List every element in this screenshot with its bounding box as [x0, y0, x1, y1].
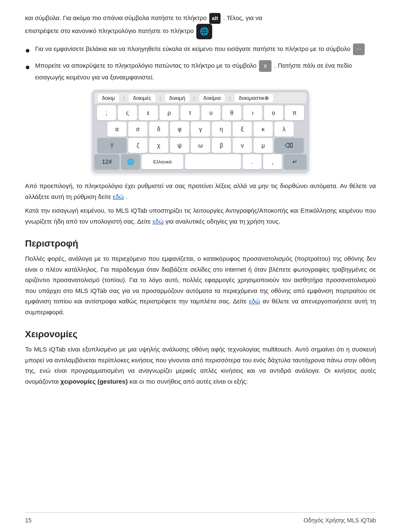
copy-paste-link[interactable]: εδώ: [152, 218, 164, 225]
bullet-item-1: ● Για να εμφανίσετε βελάκια και να πλοηγ…: [25, 43, 376, 56]
intro-text-1: και σύμβολα. Για ακόμα πιο σπάνια σύμβολ…: [25, 14, 207, 21]
suggestion-1[interactable]: δοκιμ: [98, 94, 119, 102]
suggestion-divider-1: |: [123, 95, 124, 101]
key-mu[interactable]: μ: [254, 138, 273, 153]
chevron-key: ∨: [259, 60, 272, 72]
key-gamma[interactable]: γ: [191, 122, 210, 137]
key-alpha[interactable]: α: [107, 122, 127, 137]
intro-text-2: . Τέλος, για να: [223, 14, 262, 21]
bullet-dot-2: ●: [25, 61, 30, 73]
page-number: 15: [25, 517, 32, 524]
key-sigma[interactable]: σ: [128, 122, 147, 137]
key-globe-bottom[interactable]: 🌐: [121, 154, 140, 169]
key-pi[interactable]: π: [285, 105, 304, 120]
key-rho[interactable]: ρ: [160, 105, 179, 120]
ellipsis-key: ···: [353, 43, 365, 55]
suggestion-divider-4: |: [229, 95, 230, 101]
bullet-dot-1: ●: [25, 44, 30, 56]
key-phi[interactable]: φ: [170, 122, 189, 137]
suggestion-3[interactable]: δοκιμή: [165, 94, 190, 102]
bullet-item-2: ● Μπορείτε να αποκρύψετε το πληκτρολόγιο…: [25, 60, 376, 82]
key-upsilon[interactable]: υ: [201, 105, 221, 120]
copy-paste-paragraph: Κατά την εισαγωγή κειμένου, το MLS iQTab…: [25, 205, 376, 227]
key-eta[interactable]: η: [212, 122, 231, 137]
key-theta[interactable]: θ: [222, 105, 241, 120]
key-language[interactable]: Ελληνικά: [142, 154, 183, 169]
autocorrect-link[interactable]: εδώ: [113, 193, 124, 200]
key-shift[interactable]: ⇧: [97, 138, 127, 153]
key-space[interactable]: [185, 154, 241, 169]
autocorrect-paragraph: Από προεπιλογή, το πληκτρολόγιο έχει ρυθ…: [25, 181, 376, 202]
key-numeric[interactable]: 12#: [94, 154, 119, 169]
keyboard-row-3: ⇧ ζ χ ψ ω β ν μ ⌫: [94, 138, 307, 153]
page-footer: 15 Οδηγός Χρήσης MLS iQTab: [25, 512, 376, 524]
key-kappa[interactable]: κ: [254, 122, 273, 137]
key-delta[interactable]: δ: [149, 122, 168, 137]
keyboard-suggestions-row: δοκιμ | δοκιμές | δοκιμή | δοκίμια | δοκ…: [94, 92, 307, 104]
key-iota[interactable]: ι: [243, 105, 262, 120]
key-omicron[interactable]: ο: [264, 105, 283, 120]
keyboard-row-1: ; ς ε ρ τ υ θ ι ο π: [94, 105, 307, 120]
key-zeta[interactable]: ζ: [128, 138, 147, 153]
footer-title: Οδηγός Χρήσης MLS iQTab: [304, 517, 376, 524]
intro-text-3: επιστρέψετε στο κανονικό πληκτρολόγιο πα…: [25, 27, 194, 34]
suggestion-divider-2: |: [160, 95, 161, 101]
rotation-link[interactable]: εδώ: [249, 298, 260, 305]
bullet-text-1: Για να εμφανίσετε βελάκια και να πλοηγηθ…: [35, 43, 376, 55]
intro-paragraph: και σύμβολα. Για ακόμα πιο σπάνια σύμβολ…: [25, 13, 376, 39]
suggestion-5[interactable]: δοκιμαστικ⊗: [235, 94, 273, 102]
key-xi[interactable]: ξ: [233, 122, 252, 137]
bullet-text-2: Μπορείτε να αποκρύψετε το πληκτρολόγιο π…: [35, 60, 376, 82]
keyboard-image: δοκιμ | δοκιμές | δοκιμή | δοκίμια | δοκ…: [92, 90, 309, 173]
alt-key: alt: [209, 13, 221, 24]
key-return[interactable]: ↵: [284, 154, 307, 169]
globe-key: 🌐: [196, 24, 212, 39]
key-period[interactable]: .: [243, 154, 261, 169]
keyboard-row-2: α σ δ φ γ η ξ κ λ: [94, 122, 307, 137]
section-heading-gestures: Χειρονομίες: [25, 329, 376, 340]
key-epsilon[interactable]: ε: [139, 105, 158, 120]
key-chi[interactable]: χ: [149, 138, 168, 153]
key-tau[interactable]: τ: [180, 105, 200, 120]
suggestion-4[interactable]: δοκίμια: [199, 94, 225, 102]
key-nu[interactable]: ν: [233, 138, 252, 153]
keyboard-row-4: 12# 🌐 Ελληνικά . , ↵: [94, 154, 307, 169]
key-lambda[interactable]: λ: [274, 122, 294, 137]
page-container: και σύμβολα. Για ακόμα πιο σπάνια σύμβολ…: [0, 0, 401, 415]
section-heading-rotation: Περιστροφή: [25, 238, 376, 249]
key-psi[interactable]: ψ: [170, 138, 189, 153]
key-semicolon[interactable]: ;: [97, 105, 116, 120]
key-comma[interactable]: ,: [263, 154, 282, 169]
gestures-paragraph: To MLS iQTab είναι εξοπλισμένο με μια υψ…: [25, 344, 376, 387]
key-delete[interactable]: ⌫: [274, 138, 304, 153]
key-omega[interactable]: ω: [191, 138, 210, 153]
suggestion-2[interactable]: δοκιμές: [129, 94, 155, 102]
key-beta[interactable]: β: [212, 138, 231, 153]
key-sigma-final[interactable]: ς: [118, 105, 137, 120]
gestures-bold-text: χειρονομίες (gestures): [61, 378, 128, 385]
rotation-paragraph: Πολλές φορές, ανάλογα με το περιεχόμενο …: [25, 253, 376, 317]
suggestion-divider-3: |: [194, 95, 195, 101]
